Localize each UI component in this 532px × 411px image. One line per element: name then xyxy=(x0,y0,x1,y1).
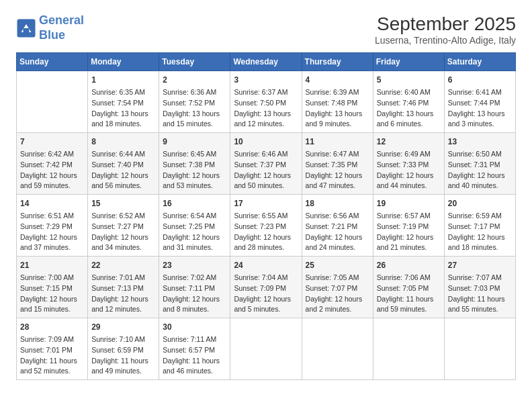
cell-info: and 21 minutes. xyxy=(377,242,441,253)
header-sunday: Sunday xyxy=(17,53,88,71)
calendar-cell: 28Sunrise: 7:09 AMSunset: 7:01 PMDayligh… xyxy=(17,318,88,380)
cell-info: Sunrise: 6:50 AM xyxy=(448,149,512,160)
cell-info: Daylight: 11 hours xyxy=(20,356,84,367)
header-saturday: Saturday xyxy=(444,53,515,71)
cell-info: and 15 minutes. xyxy=(163,119,226,130)
cell-info: and 56 minutes. xyxy=(91,181,155,191)
cell-info: Sunset: 7:23 PM xyxy=(234,222,298,232)
calendar-cell: 8Sunrise: 6:44 AMSunset: 7:40 PMDaylight… xyxy=(88,133,159,195)
calendar-cell: 13Sunrise: 6:50 AMSunset: 7:31 PMDayligh… xyxy=(444,133,515,195)
calendar-cell xyxy=(17,71,88,133)
logo-text: General Blue xyxy=(39,13,84,42)
cell-info: Daylight: 13 hours xyxy=(91,109,155,120)
cell-info: Sunset: 7:50 PM xyxy=(234,98,298,109)
cell-info: and 46 minutes. xyxy=(163,366,226,377)
cell-info: and 12 minutes. xyxy=(234,119,298,130)
cell-info: Sunset: 7:44 PM xyxy=(448,98,512,109)
cell-info: and 47 minutes. xyxy=(306,181,369,191)
day-number: 30 xyxy=(163,321,226,333)
cell-info: Daylight: 12 hours xyxy=(91,171,155,181)
calendar-table: SundayMondayTuesdayWednesdayThursdayFrid… xyxy=(16,52,516,380)
cell-info: Sunrise: 7:10 AM xyxy=(91,334,155,345)
cell-info: and 40 minutes. xyxy=(448,181,512,191)
cell-info: Daylight: 12 hours xyxy=(163,232,226,243)
cell-info: Daylight: 12 hours xyxy=(20,232,84,243)
calendar-cell: 19Sunrise: 6:57 AMSunset: 7:19 PMDayligh… xyxy=(373,195,444,257)
cell-info: Daylight: 12 hours xyxy=(234,232,298,243)
cell-info: Daylight: 12 hours xyxy=(377,232,441,243)
cell-info: Sunset: 7:11 PM xyxy=(163,283,226,294)
cell-info: Sunset: 7:38 PM xyxy=(163,160,226,171)
cell-info: Sunrise: 6:39 AM xyxy=(306,87,369,98)
title-block: September 2025 Luserna, Trentino-Alto Ad… xyxy=(375,13,516,46)
calendar-week-row: 14Sunrise: 6:51 AMSunset: 7:29 PMDayligh… xyxy=(17,195,516,257)
calendar-cell: 5Sunrise: 6:40 AMSunset: 7:46 PMDaylight… xyxy=(373,71,444,133)
cell-info: Daylight: 11 hours xyxy=(163,356,226,367)
day-number: 24 xyxy=(234,259,298,271)
calendar-cell: 6Sunrise: 6:41 AMSunset: 7:44 PMDaylight… xyxy=(444,71,515,133)
calendar-cell: 1Sunrise: 6:35 AMSunset: 7:54 PMDaylight… xyxy=(88,71,159,133)
cell-info: and 3 minutes. xyxy=(448,119,512,130)
cell-info: and 18 minutes. xyxy=(448,242,512,253)
cell-info: Sunset: 7:19 PM xyxy=(377,222,441,232)
day-number: 29 xyxy=(91,321,155,333)
day-number: 27 xyxy=(448,259,512,271)
cell-info: Daylight: 13 hours xyxy=(234,109,298,120)
cell-info: and 12 minutes. xyxy=(91,304,155,315)
calendar-week-row: 21Sunrise: 7:00 AMSunset: 7:15 PMDayligh… xyxy=(17,257,516,318)
day-number: 14 xyxy=(20,197,84,210)
calendar-cell: 23Sunrise: 7:02 AMSunset: 7:11 PMDayligh… xyxy=(159,257,230,318)
cell-info: Sunrise: 6:36 AM xyxy=(163,87,226,98)
day-number: 23 xyxy=(163,259,226,271)
cell-info: and 50 minutes. xyxy=(234,181,298,191)
cell-info: Sunset: 7:46 PM xyxy=(377,98,441,109)
day-number: 8 xyxy=(91,136,155,148)
cell-info: Daylight: 12 hours xyxy=(306,232,369,243)
cell-info: and 15 minutes. xyxy=(20,304,84,315)
cell-info: and 5 minutes. xyxy=(234,304,298,315)
cell-info: Daylight: 13 hours xyxy=(163,109,226,120)
calendar-cell: 29Sunrise: 7:10 AMSunset: 6:59 PMDayligh… xyxy=(88,318,159,380)
page-header: General Blue September 2025 Luserna, Tre… xyxy=(16,13,516,46)
cell-info: Daylight: 11 hours xyxy=(448,294,512,305)
header-tuesday: Tuesday xyxy=(159,53,230,71)
cell-info: Daylight: 12 hours xyxy=(234,171,298,181)
day-number: 22 xyxy=(91,259,155,271)
cell-info: Daylight: 12 hours xyxy=(306,171,369,181)
cell-info: and 55 minutes. xyxy=(448,304,512,315)
logo-line1: General xyxy=(39,13,84,27)
cell-info: and 28 minutes. xyxy=(234,242,298,253)
cell-info: Sunset: 7:15 PM xyxy=(20,283,84,294)
cell-info: Daylight: 11 hours xyxy=(91,356,155,367)
cell-info: and 53 minutes. xyxy=(163,181,226,191)
cell-info: Daylight: 12 hours xyxy=(234,294,298,305)
day-number: 18 xyxy=(306,197,369,210)
cell-info: Sunset: 7:33 PM xyxy=(377,160,441,171)
cell-info: Sunrise: 7:11 AM xyxy=(163,334,226,345)
logo-icon xyxy=(16,18,36,38)
calendar-week-row: 7Sunrise: 6:42 AMSunset: 7:42 PMDaylight… xyxy=(17,133,516,195)
calendar-cell: 16Sunrise: 6:54 AMSunset: 7:25 PMDayligh… xyxy=(159,195,230,257)
calendar-cell: 4Sunrise: 6:39 AMSunset: 7:48 PMDaylight… xyxy=(302,71,373,133)
day-number: 21 xyxy=(20,259,84,271)
cell-info: Sunrise: 6:45 AM xyxy=(163,149,226,160)
cell-info: Sunrise: 6:54 AM xyxy=(163,211,226,222)
cell-info: Sunrise: 7:07 AM xyxy=(448,273,512,283)
cell-info: Sunset: 7:40 PM xyxy=(91,160,155,171)
calendar-cell: 2Sunrise: 6:36 AMSunset: 7:52 PMDaylight… xyxy=(159,71,230,133)
cell-info: and 44 minutes. xyxy=(377,181,441,191)
cell-info: Daylight: 13 hours xyxy=(448,109,512,120)
cell-info: and 34 minutes. xyxy=(91,242,155,253)
cell-info: Daylight: 12 hours xyxy=(163,294,226,305)
cell-info: Daylight: 13 hours xyxy=(306,109,369,120)
cell-info: Sunset: 7:07 PM xyxy=(306,283,369,294)
cell-info: Sunrise: 6:40 AM xyxy=(377,87,441,98)
day-number: 16 xyxy=(163,197,226,210)
day-number: 10 xyxy=(234,136,298,148)
cell-info: Sunrise: 7:01 AM xyxy=(91,273,155,283)
cell-info: Daylight: 12 hours xyxy=(163,171,226,181)
day-number: 9 xyxy=(163,136,226,148)
cell-info: Sunset: 7:13 PM xyxy=(91,283,155,294)
calendar-header-row: SundayMondayTuesdayWednesdayThursdayFrid… xyxy=(17,53,516,71)
cell-info: Sunset: 7:37 PM xyxy=(234,160,298,171)
